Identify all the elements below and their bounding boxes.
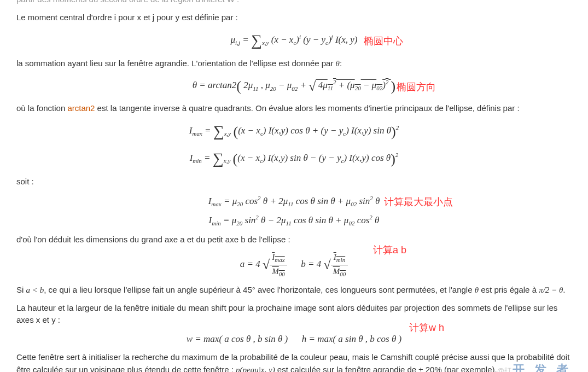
equation-imax-expanded: Imax = μ20 cos2 θ + 2μ11 cos θ sin θ + μ… — [16, 194, 572, 209]
watermark-attribution: @打 — [497, 365, 511, 372]
paragraph-3: où la fonction arctan2 est la tangente i… — [16, 102, 572, 115]
equation-imin-expanded: Imin = μ20 sin2 θ − 2μ11 cos θ sin θ + μ… — [16, 213, 572, 228]
paragraph-2: la sommation ayant lieu sur la fenêtre a… — [16, 57, 572, 70]
annotation-ellipse-center: 椭圆中心 — [364, 34, 403, 49]
equation-imin: Imin = ∑x,y ((x − xc) I(x,y) sin θ − (y … — [16, 147, 572, 170]
paragraph-7: La hauteur et la largeur de la fenêtre i… — [16, 302, 572, 327]
equation-theta: θ = arctan2( 2μ11 , μ20 − μ02 + √ 4μ112 … — [16, 75, 572, 97]
paragraph-1: Le moment central d'ordre i pour x et j … — [16, 11, 572, 24]
annotation-compute-maxmin: 计算最大最小点 — [384, 195, 453, 210]
annotation-compute-wh: 计算w h — [409, 321, 444, 335]
paragraph-5: d'où l'on déduit les dimensions du grand… — [16, 234, 572, 246]
watermark-logo: 开 发 者 DевZе.СоМ — [513, 364, 583, 372]
equation-moment-central: μi,j = ∑x,y (x − xc)i (y − yc)j I(x, y) — [16, 29, 572, 52]
annotation-compute-ab: 计算a b — [373, 243, 406, 258]
paragraph-8: Cette fenêtre sert à initialiser la rech… — [16, 351, 572, 372]
equation-ab: a = 4 √ImaxM00 b = 4 √IminM00 — [16, 251, 572, 278]
arctan2-link[interactable]: arctan2 — [67, 103, 95, 113]
equation-wh: w = max( a cos θ , b sin θ ) h = max( a … — [16, 332, 572, 346]
equation-imax: Imax = ∑x,y ((x − xc) I(x,y) cos θ + (y … — [16, 120, 572, 143]
paragraph-6: Si a < b, ce qui a lieu lorsque l'ellips… — [16, 284, 572, 297]
annotation-ellipse-orientation: 椭圆方向 — [397, 80, 436, 95]
paragraph-4: soit : — [16, 176, 572, 188]
paragraph-cut-top: partir des moments du second ordre de la… — [16, 0, 572, 6]
